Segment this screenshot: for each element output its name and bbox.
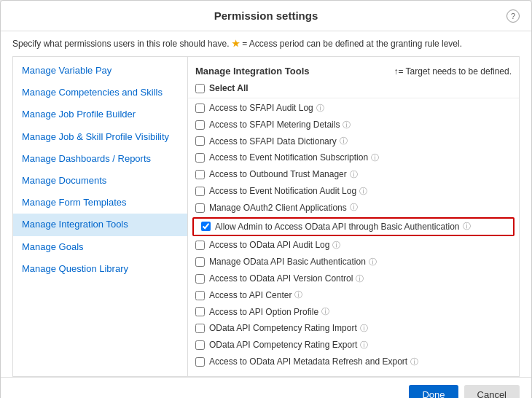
- permission-label-14: OData API Competency Rating Export: [209, 339, 357, 351]
- permission-info-icon-15[interactable]: ⓘ: [410, 356, 418, 367]
- permission-label-9: Manage OData API Basic Authentication: [209, 256, 366, 268]
- target-note: ↑= Target needs to be defined.: [394, 66, 512, 77]
- right-panel-title: Manage Integration Tools: [195, 66, 310, 77]
- permission-checkbox-7[interactable]: [201, 222, 211, 231]
- notice-bar: Specify what permissions users in this r…: [12, 39, 520, 49]
- permission-info-icon-2[interactable]: ⓘ: [340, 136, 348, 147]
- left-panel-item-7[interactable]: Manage Integration Tools: [13, 214, 187, 235]
- permission-info-icon-5[interactable]: ⓘ: [359, 186, 367, 197]
- permission-info-icon-10[interactable]: ⓘ: [356, 273, 364, 284]
- select-all-checkbox[interactable]: [195, 84, 205, 93]
- dialog-title: Permission settings: [214, 9, 318, 22]
- permission-label-1: Access to SFAPI Metering Details: [209, 119, 340, 131]
- dialog-header: Permission settings ?: [1, 1, 531, 31]
- left-panel-item-5[interactable]: Manage Documents: [13, 170, 187, 192]
- permission-info-icon-11[interactable]: ⓘ: [294, 289, 302, 300]
- dialog-body: Specify what permissions users in this r…: [1, 31, 531, 377]
- permission-item-0: Access to SFAPI Audit Log ⓘ: [188, 100, 519, 117]
- select-all-item: Select All: [188, 81, 519, 98]
- permission-item-2: Access to SFAPI Data Dictionary ⓘ: [188, 133, 519, 150]
- permission-item-3: Access to Event Notification Subscriptio…: [188, 149, 519, 166]
- left-panel-item-8[interactable]: Manage Goals: [13, 236, 187, 258]
- right-panel-header: Manage Integration Tools ↑= Target needs…: [188, 63, 519, 81]
- permission-checkbox-4[interactable]: [195, 170, 205, 179]
- permission-info-icon-3[interactable]: ⓘ: [371, 152, 379, 163]
- cancel-button[interactable]: Cancel: [464, 385, 520, 398]
- permission-item-10: Access to OData API Version Control ⓘ: [188, 270, 519, 287]
- permission-label-15: Access to OData API Metadata Refresh and…: [209, 356, 407, 368]
- select-all-label: Select All: [209, 83, 249, 93]
- permission-item-11: Access to API Center ⓘ: [188, 287, 519, 304]
- permission-item-14: OData API Competency Rating Export ⓘ: [188, 337, 519, 354]
- permission-checkbox-6[interactable]: [195, 203, 205, 213]
- permission-checkbox-15[interactable]: [195, 357, 205, 367]
- permission-label-10: Access to OData API Version Control: [209, 273, 353, 285]
- left-panel-item-3[interactable]: Manage Job & Skill Profile Visibility: [13, 126, 187, 148]
- permission-checkbox-1[interactable]: [195, 120, 205, 130]
- left-panel-item-1[interactable]: Manage Competencies and Skills: [13, 82, 187, 104]
- permission-info-icon-13[interactable]: ⓘ: [360, 323, 368, 334]
- permission-label-6: Manage OAuth2 Client Applications: [209, 202, 347, 214]
- permission-item-15: Access to OData API Metadata Refresh and…: [188, 354, 519, 370]
- permission-item-12: Access to API Option Profile ⓘ: [188, 304, 519, 321]
- permission-checkbox-2[interactable]: [195, 136, 205, 146]
- permission-item-13: OData API Competency Rating Import ⓘ: [188, 320, 519, 337]
- permission-checkbox-0[interactable]: [195, 104, 205, 113]
- permission-label-2: Access to SFAPI Data Dictionary: [209, 136, 337, 148]
- permission-checkbox-3[interactable]: [195, 153, 205, 163]
- permission-item-1: Access to SFAPI Metering Details ⓘ: [188, 117, 519, 133]
- permission-info-icon-8[interactable]: ⓘ: [332, 240, 340, 251]
- permission-info-icon-12[interactable]: ⓘ: [321, 306, 329, 317]
- permission-info-icon-7[interactable]: ⓘ: [463, 221, 471, 232]
- star-note: = Access period can be defined at the gr…: [242, 39, 462, 49]
- left-panel-item-0[interactable]: Manage Variable Pay: [13, 60, 187, 82]
- content-area: Manage Variable PayManage Competencies a…: [12, 56, 520, 377]
- permission-info-icon-4[interactable]: ⓘ: [350, 169, 358, 180]
- permission-checkbox-14[interactable]: [195, 340, 205, 350]
- permission-checkbox-10[interactable]: [195, 274, 205, 284]
- permission-label-5: Access to Event Notification Audit Log: [209, 185, 356, 198]
- left-panel-item-2[interactable]: Manage Job Profile Builder: [13, 104, 187, 125]
- permission-checkbox-11[interactable]: [195, 291, 205, 300]
- permission-settings-dialog: Permission settings ? Specify what permi…: [0, 0, 532, 398]
- permission-label-3: Access to Event Notification Subscriptio…: [209, 152, 368, 164]
- dialog-footer: Done Cancel: [1, 377, 531, 398]
- permission-label-13: OData API Competency Rating Import: [209, 322, 357, 335]
- star-symbol: ★: [232, 39, 240, 49]
- left-panel-item-6[interactable]: Manage Form Templates: [13, 192, 187, 214]
- right-panel: Manage Integration Tools ↑= Target needs…: [188, 57, 519, 376]
- permission-label-8: Access to OData API Audit Log: [209, 239, 329, 251]
- permission-label-4: Access to Outbound Trust Manager: [209, 168, 347, 181]
- permission-item-5: Access to Event Notification Audit Log ⓘ: [188, 183, 519, 200]
- permission-info-icon-6[interactable]: ⓘ: [350, 202, 358, 213]
- permission-checkbox-8[interactable]: [195, 241, 205, 250]
- permission-item-7: Allow Admin to Access OData API through …: [192, 217, 515, 237]
- permission-info-icon-9[interactable]: ⓘ: [369, 257, 377, 268]
- permissions-list: Access to SFAPI Audit Log ⓘAccess to SFA…: [188, 100, 519, 370]
- permission-label-0: Access to SFAPI Audit Log: [209, 102, 313, 114]
- permission-label-11: Access to API Center: [209, 289, 292, 302]
- help-icon[interactable]: ?: [506, 9, 520, 23]
- permission-info-icon-0[interactable]: ⓘ: [316, 103, 324, 114]
- permission-item-4: Access to Outbound Trust Manager ⓘ: [188, 166, 519, 183]
- notice-text: Specify what permissions users in this r…: [12, 39, 229, 49]
- permission-checkbox-13[interactable]: [195, 324, 205, 333]
- permission-label-7: Allow Admin to Access OData API through …: [215, 221, 460, 233]
- permission-item-8: Access to OData API Audit Log ⓘ: [188, 237, 519, 254]
- permission-info-icon-14[interactable]: ⓘ: [360, 340, 368, 351]
- permission-checkbox-5[interactable]: [195, 187, 205, 196]
- permission-checkbox-9[interactable]: [195, 257, 205, 267]
- done-button[interactable]: Done: [409, 385, 458, 398]
- left-panel-item-9[interactable]: Manage Question Library: [13, 258, 187, 280]
- permission-item-6: Manage OAuth2 Client Applications ⓘ: [188, 200, 519, 216]
- permission-checkbox-12[interactable]: [195, 307, 205, 316]
- left-panel: Manage Variable PayManage Competencies a…: [13, 57, 188, 376]
- permission-label-12: Access to API Option Profile: [209, 306, 318, 319]
- permission-info-icon-1[interactable]: ⓘ: [343, 120, 351, 130]
- left-panel-item-4[interactable]: Manage Dashboards / Reports: [13, 148, 187, 170]
- permission-item-9: Manage OData API Basic Authentication ⓘ: [188, 254, 519, 270]
